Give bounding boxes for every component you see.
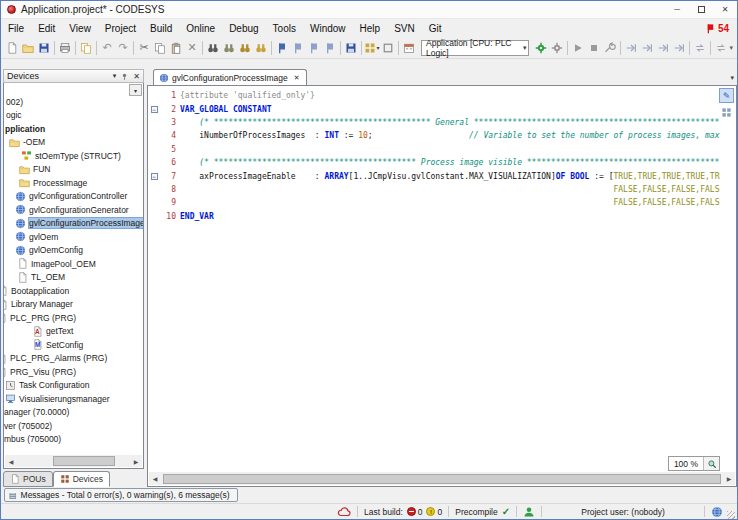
alarm-indicator[interactable]: 54 xyxy=(705,23,737,34)
tree-item-002-[interactable]: 002) xyxy=(4,95,143,109)
code-line[interactable]: 10END_VAR xyxy=(148,210,720,223)
code-line[interactable]: 5 xyxy=(148,143,720,156)
find-button[interactable] xyxy=(205,39,221,57)
tree-item-task-configuration[interactable]: Task Configuration xyxy=(4,379,143,393)
save-button[interactable] xyxy=(36,39,52,57)
language-globe-icon[interactable] xyxy=(711,506,723,518)
flow-control-button[interactable] xyxy=(713,39,729,57)
menu-debug[interactable]: Debug xyxy=(222,21,265,36)
find-next-button[interactable] xyxy=(237,39,253,57)
close-button[interactable]: ✕ xyxy=(713,1,737,18)
tree-item-anager-70-0000-[interactable]: anager (70.0000) xyxy=(4,406,143,420)
toolbar-overflow-button[interactable]: ▾ xyxy=(729,44,737,52)
tree-item-processimage[interactable]: ProcessImage xyxy=(4,176,143,190)
tab-devices[interactable]: Devices xyxy=(53,471,110,487)
tree-item-prg-visu-prg-[interactable]: PRG_Visu (PRG) xyxy=(4,365,143,379)
editor-zoom-control[interactable]: 100 % xyxy=(668,456,720,471)
editor-horizontal-scrollbar[interactable]: ◀ ▶ xyxy=(149,472,735,485)
code-line[interactable]: 1{attribute 'qualified_only'} xyxy=(148,89,720,102)
new-file-button[interactable] xyxy=(4,39,20,57)
project-user[interactable]: Project user: (nobody) xyxy=(548,507,698,517)
fold-margin[interactable]: − xyxy=(148,106,160,113)
tree-item-plc-prg-alarms-prg-[interactable]: PLC_PRG_Alarms (PRG) xyxy=(4,352,143,366)
menu-project[interactable]: Project xyxy=(98,21,143,36)
panel-close-button[interactable]: ✕ xyxy=(133,72,140,81)
save-all-button[interactable] xyxy=(343,39,359,57)
bookmark-button[interactable] xyxy=(274,39,290,57)
tree-item-stoemtype-struct-[interactable]: stOemType (STRUCT) xyxy=(4,149,143,163)
tree-item-ver-705002-[interactable]: ver (705002) xyxy=(4,419,143,433)
scroll-right-icon[interactable]: ▶ xyxy=(723,473,735,485)
menu-build[interactable]: Build xyxy=(143,21,179,36)
tree-item-gettext[interactable]: AgetText xyxy=(4,325,143,339)
tab-close-icon[interactable]: ✕ xyxy=(294,74,300,82)
tree-item-plc-prg-prg-[interactable]: PLC_PRG (PRG) xyxy=(4,311,143,325)
fold-collapse-icon[interactable]: − xyxy=(151,106,158,113)
step-into-button[interactable] xyxy=(639,39,655,57)
code-line[interactable]: −7 axProcessImageEnable : ARRAY[1..JCmpV… xyxy=(148,169,720,182)
stop-button[interactable] xyxy=(586,39,602,57)
pin-icon[interactable] xyxy=(120,72,129,81)
bookmark-next-button[interactable] xyxy=(306,39,322,57)
step-over-button[interactable] xyxy=(623,39,639,57)
tabular-view-button[interactable] xyxy=(719,105,734,120)
tree-item-library-manager[interactable]: Library Manager xyxy=(4,298,143,312)
code-line[interactable]: 9 FALSE,FALSE,FALSE,FALSE,FALSE,FALSE xyxy=(148,196,720,209)
scrollbar-thumb[interactable] xyxy=(163,474,721,484)
fold-collapse-icon[interactable]: − xyxy=(151,173,158,180)
step-out-button[interactable] xyxy=(655,39,671,57)
code-editor[interactable]: 1{attribute 'qualified_only'}−2VAR_GLOBA… xyxy=(147,85,737,487)
scrollbar-thumb[interactable] xyxy=(53,456,115,466)
menu-help[interactable]: Help xyxy=(353,21,388,36)
bookmark-clear-button[interactable] xyxy=(322,39,338,57)
run-to-cursor-button[interactable] xyxy=(671,39,687,57)
menu-edit[interactable]: Edit xyxy=(31,21,62,36)
new-object-dropdown-button[interactable]: ▾ xyxy=(364,39,380,57)
active-application-selector[interactable]: Application [CPU: PLC Logic] ▾ xyxy=(421,40,529,56)
menu-git[interactable]: Git xyxy=(422,21,449,36)
menu-file[interactable]: File xyxy=(1,21,31,36)
minimize-button[interactable]: ─ xyxy=(665,1,689,18)
tree-item-mbus-705000-[interactable]: mbus (705000) xyxy=(4,433,143,447)
tree-item-gvloemconfig[interactable]: gvlOemConfig xyxy=(4,244,143,258)
zoom-menu-button[interactable] xyxy=(703,457,719,470)
build-button[interactable] xyxy=(401,39,417,57)
tree-item--oem[interactable]: -OEM xyxy=(4,136,143,150)
menu-svn[interactable]: SVN xyxy=(387,21,422,36)
title-bar[interactable]: Application.project* - CODESYS ─✕ xyxy=(1,1,737,19)
tree-item-imagepool-oem[interactable]: ImagePool_OEM xyxy=(4,257,143,271)
tree-item-ogic[interactable]: ogic xyxy=(4,109,143,123)
tree-item-bootapplication[interactable]: Bootapplication xyxy=(4,284,143,298)
tree-item-visualisierungsmanager[interactable]: Visualisierungsmanager xyxy=(4,392,143,406)
tab-pous[interactable]: POUs xyxy=(3,471,53,487)
single-cycle-button[interactable] xyxy=(602,39,618,57)
reset-button[interactable] xyxy=(692,39,708,57)
textual-view-button[interactable]: ✎ xyxy=(719,88,734,103)
tree-item-gvlconfigurationprocessimage[interactable]: gvlConfigurationProcessImage xyxy=(4,217,143,231)
scroll-right-icon[interactable]: ▶ xyxy=(130,455,142,467)
panel-menu-button[interactable]: ▾ xyxy=(113,72,117,80)
open-file-button[interactable] xyxy=(20,39,36,57)
copy-project-button[interactable] xyxy=(78,39,94,57)
bookmark-prev-button[interactable] xyxy=(290,39,306,57)
tab-list-dropdown[interactable]: ▾ xyxy=(730,74,734,82)
fold-margin[interactable]: − xyxy=(148,173,160,180)
cut-button[interactable]: ✂ xyxy=(136,39,152,57)
scroll-left-icon[interactable]: ◀ xyxy=(5,455,17,467)
code-line[interactable]: 3 (* ***********************************… xyxy=(148,116,720,129)
undo-button[interactable]: ↶ xyxy=(99,39,115,57)
login-button[interactable] xyxy=(533,39,549,57)
replace-button[interactable] xyxy=(253,39,269,57)
menu-tools[interactable]: Tools xyxy=(266,21,303,36)
code-line[interactable]: 6 (* ***********************************… xyxy=(148,156,720,169)
menu-window[interactable]: Window xyxy=(303,21,353,36)
print-button[interactable] xyxy=(57,39,73,57)
code-line[interactable]: 4 iNumberOfProcessImages : INT := 10; //… xyxy=(148,129,720,142)
tree-item-fun[interactable]: FUN xyxy=(4,163,143,177)
scroll-left-icon[interactable]: ◀ xyxy=(149,473,161,485)
maximize-button[interactable] xyxy=(689,1,713,18)
code-line[interactable]: 8 FALSE,FALSE,FALSE,FALSE,FALSE,FALSE xyxy=(148,183,720,196)
tree-item-gvloem[interactable]: gvlOem xyxy=(4,230,143,244)
edit-object-button[interactable] xyxy=(380,39,396,57)
user-management-icon[interactable] xyxy=(523,506,535,518)
